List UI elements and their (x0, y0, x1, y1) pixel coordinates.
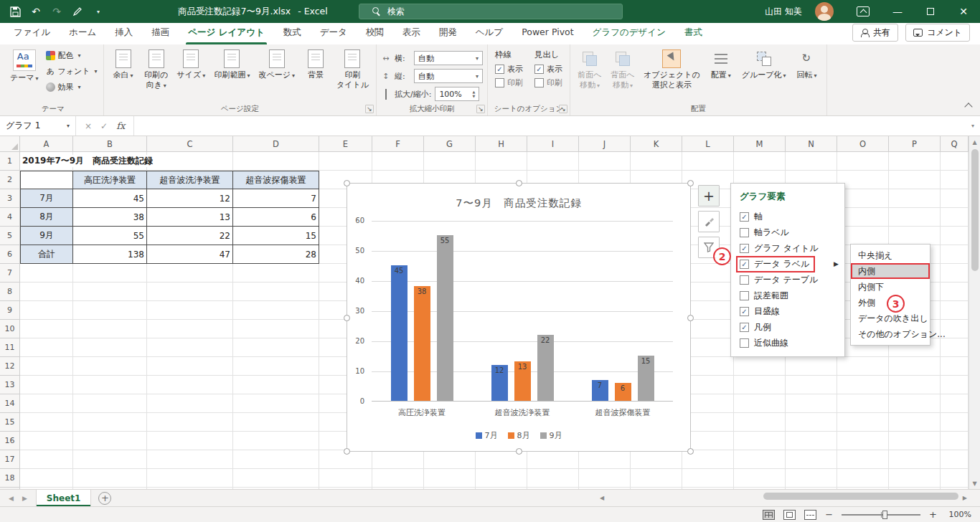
tab-開発[interactable]: 開発 (430, 22, 466, 44)
cell-P15[interactable] (889, 413, 941, 432)
spinner-icon[interactable]: ▲▼ (473, 90, 476, 98)
cell-O15[interactable] (837, 413, 889, 432)
cell-A14[interactable] (20, 394, 73, 413)
select-all-corner[interactable] (0, 136, 20, 152)
chart-element-軸ラベル[interactable]: 軸ラベル (731, 224, 844, 240)
comments-button[interactable]: コメント (905, 24, 970, 42)
themes-button[interactable]: テーマ▾ (7, 47, 42, 104)
cell-B3[interactable]: 45 (73, 189, 147, 208)
background-button[interactable]: 背景 (301, 47, 331, 104)
cell-Q8[interactable] (941, 283, 969, 301)
cell-B12[interactable] (73, 357, 147, 376)
column-header-A[interactable]: A (20, 136, 73, 152)
cell-A13[interactable] (20, 376, 73, 394)
cell-A4[interactable]: 8月 (20, 208, 73, 227)
chart-resize-handle[interactable] (516, 448, 522, 455)
cell-K18[interactable] (631, 469, 682, 488)
chart-resize-handle[interactable] (344, 315, 350, 321)
cell-B9[interactable] (73, 301, 147, 320)
cell-M15[interactable] (734, 413, 786, 432)
cell-D1[interactable] (233, 152, 319, 171)
cell-B15[interactable] (73, 413, 147, 432)
page-setup-dialog-launcher-icon[interactable]: ↘ (365, 105, 374, 113)
cell-A15[interactable] (20, 413, 73, 432)
cell-N17[interactable] (786, 450, 837, 469)
cell-F18[interactable] (372, 469, 424, 488)
cell-B18[interactable] (73, 469, 147, 488)
sheet-nav-right-icon[interactable]: ▶ (22, 495, 27, 502)
tab-数式[interactable]: 数式 (274, 22, 311, 44)
cell-H18[interactable] (476, 469, 527, 488)
chart-element-目盛線[interactable]: ✓目盛線 (731, 303, 844, 319)
zoom-slider[interactable] (842, 514, 920, 516)
cell-C3[interactable]: 12 (147, 189, 233, 208)
cell-C16[interactable] (147, 432, 233, 450)
cell-O16[interactable] (837, 432, 889, 450)
sheet-tab-sheet1[interactable]: Sheet1 (36, 490, 92, 506)
chart-element-誤差範囲[interactable]: 誤差範囲 (731, 288, 844, 303)
column-header-D[interactable]: D (233, 136, 319, 152)
cell-P3[interactable] (889, 189, 941, 208)
cell-A8[interactable] (20, 283, 73, 301)
checkbox[interactable] (740, 338, 749, 348)
data-label-position-データの吹き出し[interactable]: データの吹き出し (851, 310, 930, 326)
zoom-in-button[interactable]: + (929, 509, 937, 520)
chart-element-軸[interactable]: ✓軸 (731, 209, 844, 224)
cell-D9[interactable] (233, 301, 319, 320)
checkbox[interactable]: ✓ (740, 244, 749, 253)
cell-C8[interactable] (147, 283, 233, 301)
cell-D18[interactable] (233, 469, 319, 488)
checkbox[interactable]: ✓ (534, 65, 544, 74)
theme-fonts-button[interactable]: あフォント▾ (44, 65, 99, 77)
cell-B2[interactable]: 高圧洗浄装置 (73, 171, 147, 189)
checkbox[interactable] (534, 78, 544, 87)
chevron-down-icon[interactable]: ▾ (67, 123, 70, 129)
chart-resize-handle[interactable] (687, 180, 694, 186)
cell-C9[interactable] (147, 301, 233, 320)
minimize-button[interactable]: — (881, 0, 914, 23)
cell-O12[interactable] (837, 357, 889, 376)
cell-P17[interactable] (889, 450, 941, 469)
scroll-down-icon[interactable]: ▼ (969, 478, 980, 489)
legend-item-9月[interactable]: 9月 (540, 430, 562, 441)
tab-挿入[interactable]: 挿入 (105, 22, 142, 44)
insert-function-icon[interactable]: fx (116, 120, 125, 131)
cell-N1[interactable] (786, 152, 837, 171)
cell-P2[interactable] (889, 171, 941, 189)
cell-P14[interactable] (889, 394, 941, 413)
scale-percent-stepper[interactable]: 100%▲▼ (435, 87, 479, 101)
cell-J1[interactable] (579, 152, 631, 171)
page-layout-view-button[interactable] (783, 510, 796, 520)
bar-9月-超音波洗浄装置[interactable]: 22 (537, 335, 554, 401)
cell-B5[interactable]: 55 (73, 227, 147, 245)
cell-A1[interactable]: 2019年7〜9月 商品受注数記録 (20, 152, 73, 171)
orientation-button[interactable]: 印刷の向き▾ (141, 47, 171, 104)
cell-B13[interactable] (73, 376, 147, 394)
cell-F17[interactable] (372, 450, 424, 469)
cell-N13[interactable] (786, 376, 837, 394)
cell-I1[interactable] (527, 152, 579, 171)
cell-Q14[interactable] (941, 394, 969, 413)
column-header-F[interactable]: F (372, 136, 424, 152)
cell-G18[interactable] (424, 469, 476, 488)
vertical-scrollbar[interactable]: ▲ ▼ (969, 136, 980, 489)
bar-8月-高圧洗浄装置[interactable]: 38 (414, 286, 430, 401)
bar-9月-超音波探傷装置[interactable]: 15 (638, 356, 654, 401)
chart-resize-handle[interactable] (344, 180, 350, 186)
cell-B8[interactable] (73, 283, 147, 301)
cell-N14[interactable] (786, 394, 837, 413)
chart-resize-handle[interactable] (687, 448, 694, 455)
cell-Q15[interactable] (941, 413, 969, 432)
cell-A5[interactable]: 9月 (20, 227, 73, 245)
zoom-slider-thumb[interactable] (882, 511, 887, 519)
row-header-7[interactable]: 7 (0, 264, 20, 283)
cell-D10[interactable] (233, 320, 319, 338)
legend-item-7月[interactable]: 7月 (476, 430, 498, 441)
checkbox[interactable]: ✓ (740, 212, 749, 222)
selection-pane-button[interactable]: オブジェクトの選択と表示 (641, 47, 703, 104)
legend-item-8月[interactable]: 8月 (508, 430, 530, 441)
add-sheet-button[interactable]: + (98, 492, 111, 505)
cell-C7[interactable] (147, 264, 233, 283)
formula-input[interactable] (134, 116, 966, 136)
chart-element-近似曲線[interactable]: 近似曲線 (731, 335, 844, 351)
